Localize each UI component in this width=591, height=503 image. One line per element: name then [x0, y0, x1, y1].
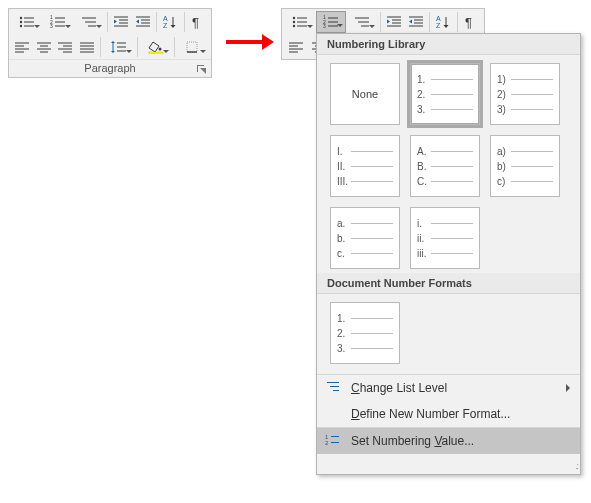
menu-label: Define New Number Format...	[351, 407, 510, 421]
svg-text:¶: ¶	[465, 15, 472, 29]
svg-text:¶: ¶	[192, 15, 199, 29]
svg-marker-51	[111, 51, 115, 53]
sort-button[interactable]: AZ	[160, 11, 181, 33]
svg-text:Z: Z	[436, 22, 441, 29]
line-spacing-button[interactable]	[104, 36, 134, 58]
show-marks-button[interactable]: ¶	[460, 11, 481, 33]
decrease-indent-button[interactable]	[384, 11, 405, 33]
numbering-tile-lower-alpha-dot[interactable]: a. b. c.	[330, 207, 400, 269]
svg-text:3: 3	[323, 23, 326, 29]
svg-marker-50	[111, 41, 115, 43]
svg-text:A: A	[436, 15, 441, 22]
chevron-down-icon	[337, 24, 343, 27]
svg-point-52	[159, 48, 162, 51]
separator	[184, 12, 185, 32]
borders-button[interactable]	[178, 36, 208, 58]
svg-marker-24	[136, 20, 139, 24]
separator	[100, 37, 101, 57]
group-label-text: Paragraph	[84, 62, 135, 74]
svg-text:Z: Z	[163, 22, 168, 29]
numbering-tile-decimal-dot[interactable]: 1. 2. 3.	[410, 63, 480, 125]
group-label: Paragraph	[9, 59, 211, 77]
svg-marker-19	[114, 20, 117, 24]
chevron-down-icon	[126, 50, 132, 53]
none-label: None	[352, 88, 378, 100]
numbering-library-header: Numbering Library	[317, 34, 580, 55]
separator	[457, 12, 458, 32]
chevron-down-icon	[200, 50, 206, 53]
separator	[380, 12, 381, 32]
separator	[174, 37, 175, 57]
menu-change-list-level[interactable]: Change List Level	[317, 375, 580, 401]
numbering-button-active[interactable]: 123	[316, 11, 346, 33]
numbering-tile-upper-alpha[interactable]: A. B. C.	[410, 135, 480, 197]
svg-point-58	[293, 21, 295, 23]
svg-marker-28	[171, 25, 176, 28]
numbering-button[interactable]: 123	[43, 11, 73, 33]
arrow-indicator	[226, 34, 274, 50]
change-level-icon	[325, 380, 341, 397]
chevron-down-icon	[307, 25, 313, 28]
separator	[107, 12, 108, 32]
chevron-down-icon	[369, 25, 375, 28]
svg-text:3: 3	[50, 23, 53, 29]
svg-point-56	[293, 17, 295, 19]
align-left-button[interactable]	[12, 36, 33, 58]
svg-text:2: 2	[325, 440, 329, 446]
numbering-library-grid: None 1. 2. 3. 1) 2) 3) I. II. III. A. B.…	[317, 55, 580, 273]
multilevel-list-button[interactable]	[347, 11, 377, 33]
bullets-button[interactable]	[285, 11, 315, 33]
separator	[156, 12, 157, 32]
chevron-down-icon	[96, 25, 102, 28]
svg-point-0	[20, 17, 22, 19]
numbering-tile-lower-alpha-paren[interactable]: a) b) c)	[490, 135, 560, 197]
show-marks-button[interactable]: ¶	[187, 11, 208, 33]
svg-text:A: A	[163, 15, 168, 22]
grip-icon: ..:	[575, 461, 577, 471]
dialog-launcher-icon[interactable]	[195, 63, 207, 75]
bullets-button[interactable]	[12, 11, 42, 33]
numbering-dropdown: Numbering Library None 1. 2. 3. 1) 2) 3)…	[316, 33, 581, 475]
sort-button[interactable]: AZ	[433, 11, 454, 33]
svg-point-2	[20, 21, 22, 23]
document-formats-header: Document Number Formats	[317, 273, 580, 294]
align-left-button[interactable]	[285, 36, 307, 58]
chevron-down-icon	[65, 25, 71, 28]
svg-rect-54	[187, 42, 197, 52]
chevron-down-icon	[34, 25, 40, 28]
svg-marker-75	[387, 20, 390, 24]
numbering-tile-decimal-paren[interactable]: 1) 2) 3)	[490, 63, 560, 125]
multilevel-list-button[interactable]	[74, 11, 104, 33]
paragraph-row-2	[9, 34, 211, 59]
chevron-down-icon	[163, 50, 169, 53]
document-formats-grid: 1. 2. 3.	[317, 294, 580, 374]
submenu-arrow-icon	[566, 384, 570, 392]
svg-point-60	[293, 25, 295, 27]
paragraph-row-1: 123 AZ ¶	[9, 9, 211, 34]
menu-label: Set Numbering Value...	[351, 434, 474, 448]
paragraph-row-1: 123 AZ ¶	[282, 9, 484, 34]
decrease-indent-button[interactable]	[111, 11, 132, 33]
align-right-button[interactable]	[55, 36, 76, 58]
set-value-icon: 12	[325, 433, 341, 450]
numbering-tile-upper-roman[interactable]: I. II. III.	[330, 135, 400, 197]
increase-indent-button[interactable]	[405, 11, 426, 33]
separator	[137, 37, 138, 57]
shading-button[interactable]	[141, 36, 171, 58]
numbering-tile-lower-roman[interactable]: i. ii. iii.	[410, 207, 480, 269]
document-format-tile[interactable]: 1. 2. 3.	[330, 302, 400, 364]
separator	[429, 12, 430, 32]
menu-label: Change List Level	[351, 381, 447, 395]
numbering-tile-none[interactable]: None	[330, 63, 400, 125]
align-center-button[interactable]	[34, 36, 55, 58]
svg-rect-53	[149, 52, 163, 54]
svg-marker-84	[444, 25, 449, 28]
svg-point-4	[20, 25, 22, 27]
increase-indent-button[interactable]	[132, 11, 153, 33]
menu-define-new-format[interactable]: Define New Number Format...	[317, 401, 580, 427]
justify-button[interactable]	[77, 36, 98, 58]
menu-set-numbering-value[interactable]: 12 Set Numbering Value...	[317, 428, 580, 454]
paragraph-group-left: 123 AZ ¶ Paragrap	[8, 8, 212, 78]
svg-marker-80	[409, 20, 412, 24]
resize-grip[interactable]: ..:	[317, 454, 580, 474]
